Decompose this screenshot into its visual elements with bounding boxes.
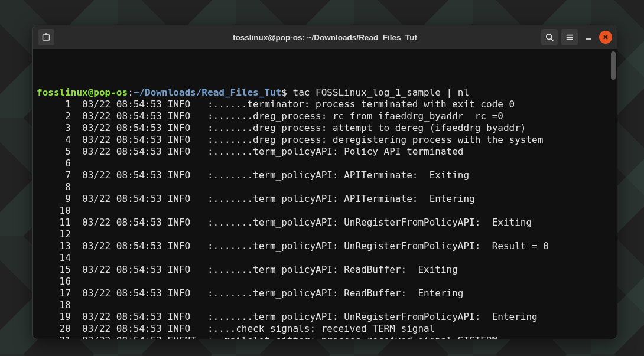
prompt-separator: : bbox=[128, 87, 134, 98]
svg-line-4 bbox=[551, 39, 554, 41]
close-icon bbox=[603, 34, 609, 40]
search-button[interactable] bbox=[541, 29, 558, 45]
new-tab-button[interactable] bbox=[38, 29, 54, 45]
output-line: 13 03/22 08:54:53 INFO :.......term_poli… bbox=[37, 240, 613, 252]
output-line: 8 bbox=[37, 181, 613, 193]
output-line: 7 03/22 08:54:53 INFO :.......term_polic… bbox=[37, 169, 613, 181]
menu-button[interactable] bbox=[561, 29, 578, 45]
minimize-icon bbox=[586, 34, 591, 40]
search-icon bbox=[545, 33, 554, 41]
output-line: 14 bbox=[37, 252, 613, 264]
scrollbar-thumb[interactable] bbox=[611, 51, 616, 80]
output-line: 9 03/22 08:54:53 INFO :.......term_polic… bbox=[37, 193, 613, 205]
close-button[interactable] bbox=[599, 31, 612, 44]
output-line: 19 03/22 08:54:53 INFO :.......term_poli… bbox=[37, 311, 613, 323]
svg-point-3 bbox=[547, 34, 552, 40]
output-line: 12 bbox=[37, 228, 613, 240]
output-line: 1 03/22 08:54:53 INFO :......terminator:… bbox=[37, 99, 613, 110]
svg-rect-0 bbox=[43, 35, 50, 40]
output-line: 18 bbox=[37, 299, 613, 311]
terminal-window: fosslinux@pop-os: ~/Downloads/Read_Files… bbox=[32, 25, 617, 339]
minimize-button[interactable] bbox=[581, 30, 596, 44]
titlebar[interactable]: fosslinux@pop-os: ~/Downloads/Read_Files… bbox=[33, 25, 617, 49]
command-text: tac FOSSLinux_log_1_sample | nl bbox=[293, 87, 470, 98]
output-line: 4 03/22 08:54:53 INFO :.......dreg_proce… bbox=[37, 134, 613, 146]
output-line: 10 bbox=[37, 205, 613, 217]
output-line: 5 03/22 08:54:53 INFO :.......term_polic… bbox=[37, 146, 613, 158]
output-container: 1 03/22 08:54:53 INFO :......terminator:… bbox=[37, 99, 613, 339]
output-line: 16 bbox=[37, 276, 613, 288]
output-line: 20 03/22 08:54:53 INFO :....check_signal… bbox=[37, 323, 613, 335]
terminal-body[interactable]: fosslinux@pop-os:~/Downloads/Read_Files_… bbox=[33, 49, 617, 339]
output-line: 15 03/22 08:54:53 INFO :.......term_poli… bbox=[37, 264, 613, 276]
prompt-symbol: $ bbox=[281, 87, 287, 98]
output-line: 21 03/22 08:54:53 EVENT :..mailslot_sitt… bbox=[37, 335, 613, 339]
output-line: 3 03/22 08:54:53 INFO :.......dreg_proce… bbox=[37, 122, 613, 134]
prompt-line: fosslinux@pop-os:~/Downloads/Read_Files_… bbox=[37, 87, 613, 99]
window-title: fosslinux@pop-os: ~/Downloads/Read_Files… bbox=[121, 33, 529, 42]
prompt-user-host: fosslinux@pop-os bbox=[37, 87, 128, 98]
output-line: 17 03/22 08:54:53 INFO :.......term_poli… bbox=[37, 288, 613, 299]
hamburger-icon bbox=[565, 33, 574, 41]
output-line: 6 bbox=[37, 158, 613, 169]
output-line: 2 03/22 08:54:53 INFO :.......dreg_proce… bbox=[37, 110, 613, 122]
new-tab-icon bbox=[41, 32, 51, 42]
output-line: 11 03/22 08:54:53 INFO :.......term_poli… bbox=[37, 217, 613, 228]
titlebar-left bbox=[38, 29, 121, 45]
titlebar-right bbox=[529, 29, 612, 45]
prompt-path: ~/Downloads/Read_Files_Tut bbox=[134, 87, 281, 98]
